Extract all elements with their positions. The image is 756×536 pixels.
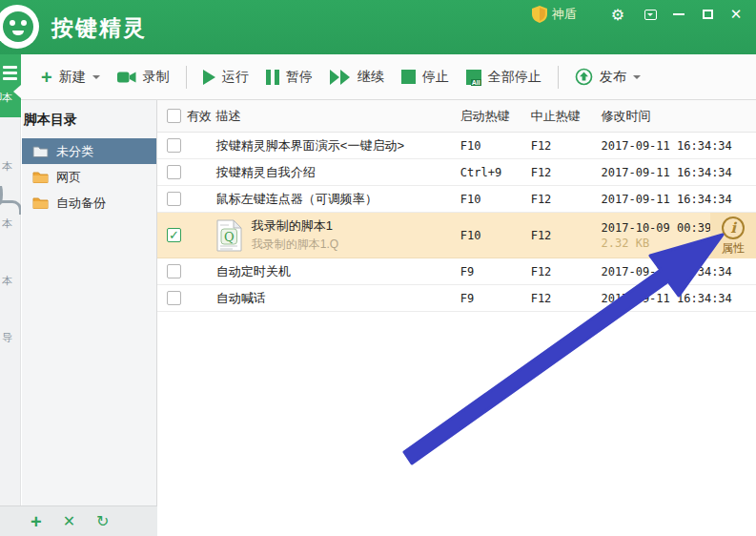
table-row-selected[interactable]: ✓ Q 我录制的脚本1 我录制的脚本1.Q F10 F12 — [157, 213, 756, 258]
script-desc: 自动定时关机 — [216, 263, 460, 280]
nav-strip: 脚本 本 本 本 导 — [0, 54, 21, 505]
properties-button[interactable]: i 属性 — [710, 213, 756, 258]
start-hotkey: F10 — [460, 193, 531, 206]
info-icon: i — [722, 216, 745, 239]
app-logo — [0, 5, 39, 49]
plus-icon: + — [41, 71, 52, 84]
col-modified: 修改时间 — [601, 108, 756, 125]
shield-icon — [532, 6, 547, 23]
shield-badge[interactable]: 神盾 — [532, 6, 577, 23]
titlebar: 按键精灵 神盾 ⚙ ✕ — [0, 0, 756, 54]
publish-label: 发布 — [600, 69, 626, 86]
table-row[interactable]: 按键精灵自我介绍 Ctrl+9 F12 2017-09-11 16:34:34 — [157, 159, 756, 186]
script-desc: 我录制的脚本1 — [252, 217, 338, 235]
stop-hotkey: F12 — [531, 229, 602, 242]
strip-item-5[interactable]: 导 — [0, 300, 21, 356]
modified-time: 2017-09-11 16:34:34 — [602, 265, 756, 278]
folder-icon — [32, 171, 49, 183]
script-desc: 自动喊话 — [216, 290, 460, 307]
script-desc-wrap: Q 我录制的脚本1 我录制的脚本1.Q — [216, 217, 460, 253]
script-desc: 鼠标左键连点器（可调频率） — [216, 191, 460, 208]
script-table: 有效 描述 启动热键 中止热键 修改时间 按键精灵脚本界面演示<一键启动> F1… — [157, 100, 756, 536]
stop-button[interactable]: 停止 — [393, 64, 458, 91]
continue-button[interactable]: 继续 — [321, 64, 393, 91]
start-hotkey: F10 — [460, 229, 531, 242]
stop-all-icon: All — [466, 70, 481, 85]
start-hotkey: F9 — [460, 265, 531, 278]
strip-item-label: 本 — [2, 159, 21, 174]
modified-time: 2017-09-11 16:34:34 — [602, 166, 756, 179]
strip-item-3[interactable]: 本 — [0, 186, 21, 241]
play-icon — [203, 70, 215, 85]
stop-icon — [401, 70, 416, 84]
start-hotkey: Ctrl+9 — [460, 166, 531, 179]
start-hotkey: F10 — [460, 139, 531, 153]
dropdown-menu-button[interactable] — [636, 2, 664, 27]
camera-icon — [117, 71, 136, 84]
maximize-icon — [703, 10, 713, 19]
chevron-down-icon — [633, 75, 641, 83]
stop-hotkey: F12 — [531, 166, 602, 179]
script-directory-panel: 脚本目录 未分类 网页 自动备份 — [22, 100, 157, 505]
toolbar-separator — [186, 66, 187, 89]
folder-item-autobackup[interactable]: 自动备份 — [22, 190, 156, 216]
svg-text:Q: Q — [224, 229, 235, 243]
stop-all-button[interactable]: All 全部停止 — [458, 64, 550, 91]
row-checkbox[interactable] — [167, 291, 181, 305]
pause-label: 暂停 — [286, 69, 313, 86]
shield-label: 神盾 — [552, 6, 577, 23]
col-valid: 有效 — [187, 108, 216, 125]
script-file-icon: Q — [216, 219, 242, 252]
minimize-button[interactable] — [664, 2, 693, 27]
pause-button[interactable]: 暂停 — [257, 64, 321, 91]
modified-time: 2017-09-11 16:34:34 — [602, 139, 756, 153]
row-checkbox[interactable] — [167, 165, 181, 179]
toolbar: + 新建 录制 运行 暂停 继续 停止 — [21, 54, 756, 100]
row-checkbox-checked[interactable]: ✓ — [167, 228, 181, 242]
delete-folder-button[interactable]: ✕ — [63, 514, 75, 529]
select-all-checkbox[interactable] — [167, 109, 181, 123]
close-button[interactable]: ✕ — [722, 2, 750, 27]
toolbar-separator — [558, 66, 559, 89]
strip-item-scripts[interactable]: 脚本 — [0, 54, 21, 117]
new-label: 新建 — [59, 69, 86, 86]
folder-item-web[interactable]: 网页 — [22, 164, 156, 190]
col-start-hotkey: 启动热键 — [460, 108, 531, 125]
script-filename: 我录制的脚本1.Q — [252, 237, 338, 253]
folder-icon — [32, 196, 49, 209]
publish-icon — [575, 68, 593, 86]
titlebar-controls: 神盾 ⚙ ✕ — [532, 0, 756, 29]
settings-gear-icon[interactable]: ⚙ — [603, 2, 632, 27]
col-stop-hotkey: 中止热键 — [530, 108, 601, 125]
run-button[interactable]: 运行 — [194, 64, 257, 91]
panel-title: 脚本目录 — [20, 100, 156, 138]
table-row[interactable]: 鼠标左键连点器（可调频率） F10 F12 2017-09-11 16:34:3… — [157, 186, 756, 213]
strip-item-label: 本 — [2, 216, 21, 231]
folder-item-uncategorized[interactable]: 未分类 — [22, 138, 156, 164]
row-checkbox[interactable] — [167, 138, 181, 153]
pause-icon — [266, 70, 279, 85]
new-button[interactable]: + 新建 — [32, 64, 109, 91]
chevron-down-icon — [92, 75, 100, 83]
add-folder-button[interactable]: + — [31, 514, 42, 529]
table-row[interactable]: 自动定时关机 F9 F12 2017-09-11 16:34:34 — [157, 258, 756, 285]
stop-hotkey: F12 — [531, 193, 602, 206]
mascot-icon — [3, 11, 33, 42]
stop-all-label: 全部停止 — [488, 69, 541, 86]
strip-item-2[interactable]: 本 — [0, 129, 21, 184]
start-hotkey: F9 — [460, 292, 531, 305]
minimize-icon — [673, 13, 684, 15]
stop-hotkey: F12 — [531, 292, 602, 305]
row-checkbox[interactable] — [167, 264, 181, 278]
strip-item-label: 本 — [2, 274, 21, 288]
record-button[interactable]: 录制 — [109, 64, 178, 91]
publish-button[interactable]: 发布 — [566, 63, 649, 91]
refresh-button[interactable]: ↻ — [96, 514, 109, 529]
folder-actions-bar: + ✕ ↻ — [0, 505, 157, 536]
row-checkbox[interactable] — [167, 192, 181, 206]
strip-item-4[interactable]: 本 — [0, 243, 21, 299]
table-row[interactable]: 自动喊话 F9 F12 2017-09-11 16:34:34 — [157, 285, 756, 312]
maximize-button[interactable] — [693, 2, 722, 27]
modified-time: 2017-09-11 16:34:34 — [602, 292, 756, 305]
table-row[interactable]: 按键精灵脚本界面演示<一键启动> F10 F12 2017-09-11 16:3… — [157, 133, 756, 159]
